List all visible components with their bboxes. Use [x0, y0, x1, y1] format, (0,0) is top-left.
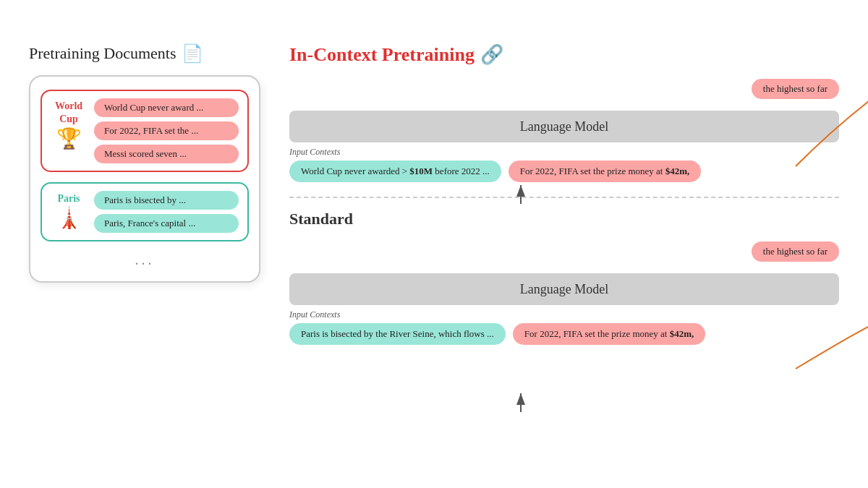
std-ctx-chip-2: For 2022, FIFA set the prize money at $4…: [513, 323, 705, 345]
list-item: For 2022, FIFA set the ...: [94, 121, 239, 140]
std-lm-label: Language Model: [520, 282, 608, 297]
standard-title-text: Standard: [289, 210, 353, 228]
icp-title: In-Context Pretraining 🔗: [289, 43, 839, 66]
icp-section: In-Context Pretraining 🔗 the highest so …: [289, 43, 839, 182]
list-item: Paris is bisected by ...: [94, 191, 239, 210]
left-title: Pretraining Documents 📄: [29, 43, 260, 64]
ellipsis-label: ...: [41, 252, 249, 268]
paris-group: Paris 🗼 Paris is bisected by ... Paris, …: [41, 182, 249, 241]
link-icon: 🔗: [480, 43, 503, 66]
std-input-contexts-label: Input Contexts: [289, 309, 839, 320]
standard-section: Standard the highest so far Language Mod…: [289, 210, 839, 345]
icp-title-text: In-Context Pretraining: [289, 44, 475, 66]
std-context-chips: Paris is bisected by the River Seine, wh…: [289, 323, 839, 345]
icp-ctx-chip-1: World Cup never awarded > $10M before 20…: [289, 160, 501, 182]
trophy-icon: 🏆: [56, 129, 82, 149]
standard-title: Standard: [289, 210, 839, 228]
paris-label: Paris: [51, 191, 87, 205]
world-cup-group: WorldCup 🏆 World Cup never award ... For…: [41, 90, 249, 172]
world-cup-doc-items: World Cup never award ... For 2022, FIFA…: [94, 98, 239, 163]
left-title-text: Pretraining Documents: [29, 44, 176, 63]
std-output-bubble: the highest so far: [752, 241, 839, 262]
right-panel: In-Context Pretraining 🔗 the highest so …: [289, 43, 839, 345]
std-ctx-chip-1: Paris is bisected by the River Seine, wh…: [289, 323, 506, 345]
icp-input-contexts-label: Input Contexts: [289, 147, 839, 158]
icp-context-chips: World Cup never awarded > $10M before 20…: [289, 160, 839, 182]
list-item: World Cup never award ...: [94, 98, 239, 117]
eiffel-icon: 🗼: [56, 208, 82, 228]
section-divider: [289, 197, 839, 198]
docs-box: WorldCup 🏆 World Cup never award ... For…: [29, 75, 260, 283]
std-language-model: Language Model: [289, 273, 839, 305]
icp-ctx-chip-2: For 2022, FIFA set the prize money at $4…: [509, 160, 701, 182]
icp-lm-label: Language Model: [520, 119, 608, 134]
world-cup-label: WorldCup: [51, 98, 87, 126]
icp-language-model: Language Model: [289, 111, 839, 142]
paris-doc-items: Paris is bisected by ... Paris, France's…: [94, 191, 239, 233]
list-item: Paris, France's capital ...: [94, 214, 239, 233]
list-item: Messi scored seven ...: [94, 145, 239, 163]
icp-output-bubble: the highest so far: [752, 79, 839, 99]
left-panel: Pretraining Documents 📄 WorldCup 🏆 World…: [29, 43, 260, 283]
document-icon: 📄: [182, 43, 203, 64]
